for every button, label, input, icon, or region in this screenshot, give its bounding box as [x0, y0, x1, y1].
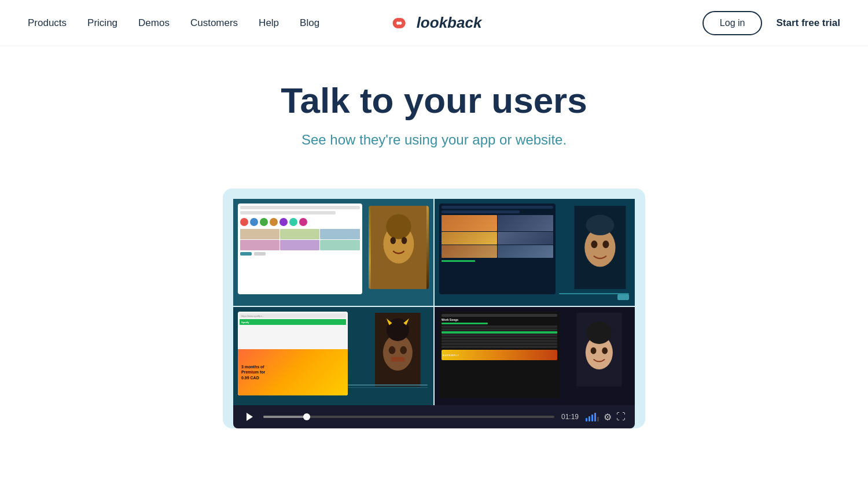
- start-trial-button[interactable]: Start free trial: [776, 17, 840, 29]
- wm-row-6: [442, 343, 557, 345]
- svg-point-7: [586, 215, 615, 236]
- video-section: https://www.spotify.c... Spotify 3 month…: [0, 188, 868, 428]
- vol-bar-2: [589, 416, 590, 421]
- wm-row-4: [442, 337, 557, 339]
- play-icon: [245, 412, 253, 421]
- superfly-label: SUPERFLY: [443, 354, 459, 357]
- login-button[interactable]: Log in: [703, 11, 763, 35]
- svg-point-8: [591, 240, 598, 248]
- session-top-right: [435, 199, 635, 306]
- ig-img-5: [280, 240, 319, 250]
- ig-avatar-1: [240, 218, 248, 226]
- instagram-screen: [238, 204, 362, 294]
- ig-avatar-5: [279, 218, 288, 226]
- spotify-promo: 3 months of Premium for 0.99 CAD: [238, 349, 348, 395]
- controls-right: ⚙ ⛶: [586, 412, 626, 423]
- workmusic-screen: Work Songs SUPERFLY: [439, 312, 560, 398]
- ig-avatar-6: [289, 218, 297, 226]
- ig-dark-btn: [442, 260, 475, 262]
- wm-row-3: [442, 334, 557, 336]
- ig-avatar-7: [299, 218, 307, 226]
- video-controls: 01:19 ⚙ ⛶: [233, 405, 635, 428]
- svg-point-14: [400, 346, 407, 354]
- progress-fill: [263, 416, 307, 418]
- nav-help[interactable]: Help: [259, 17, 279, 29]
- nav-left: Products Pricing Demos Customers Help Bl…: [28, 17, 319, 29]
- ig-bar-1: [240, 206, 360, 209]
- face-svg-man2: [366, 313, 430, 387]
- screen-recording-br: Work Songs SUPERFLY: [439, 312, 560, 398]
- play-button[interactable]: [242, 410, 256, 424]
- svg-point-3: [391, 237, 396, 244]
- session-top-left: [233, 199, 433, 306]
- svg-point-9: [603, 240, 609, 248]
- vol-bar-4: [594, 413, 596, 421]
- face-woman: [369, 206, 429, 289]
- svg-point-19: [591, 347, 597, 354]
- nav-demos[interactable]: Demos: [138, 17, 170, 29]
- screen-recording-tr: [439, 204, 556, 294]
- video-grid: https://www.spotify.c... Spotify 3 month…: [233, 199, 635, 405]
- face-cam-tr: [570, 206, 630, 289]
- wm-row-active: [442, 331, 557, 334]
- navbar: Products Pricing Demos Customers Help Bl…: [0, 0, 868, 46]
- progress-thumb: [303, 413, 310, 420]
- ig-btn-2: [254, 252, 266, 256]
- svg-rect-15: [391, 357, 405, 362]
- video-player-container: https://www.spotify.c... Spotify 3 month…: [223, 188, 645, 428]
- vol-bar-1: [586, 418, 587, 421]
- face-cam-bl: [366, 313, 430, 387]
- vol-bar-3: [591, 415, 593, 421]
- spotify-header: Spotify: [240, 319, 346, 325]
- logo-icon: [387, 15, 412, 31]
- nav-products[interactable]: Products: [28, 17, 67, 29]
- ig-dark-screen: [439, 204, 556, 294]
- fullscreen-icon[interactable]: ⛶: [616, 412, 626, 422]
- vol-bar-5: [597, 417, 599, 421]
- ig-dark-img-5: [442, 245, 497, 258]
- ig-avatar-4: [270, 218, 278, 226]
- ig-image-grid: [240, 229, 360, 250]
- ig-btn-1: [240, 252, 252, 256]
- ig-bar-2: [240, 211, 336, 214]
- session-bottom-right: Work Songs SUPERFLY: [435, 307, 635, 405]
- face-svg-woman: [369, 206, 429, 289]
- progress-bar[interactable]: [263, 416, 554, 418]
- nav-customers[interactable]: Customers: [190, 17, 238, 29]
- nav-blog[interactable]: Blog: [300, 17, 319, 29]
- work-songs-title: Work Songs: [442, 318, 557, 321]
- wm-row-2: [442, 328, 557, 331]
- ig-dark-bar-1: [442, 206, 553, 209]
- waveform-bl: [348, 384, 428, 388]
- hero-section: Talk to your users See how they're using…: [0, 46, 868, 171]
- svg-point-20: [602, 347, 608, 354]
- nav-pricing[interactable]: Pricing: [87, 17, 117, 29]
- ig-img-1: [240, 229, 279, 239]
- session-bottom-left: https://www.spotify.c... Spotify 3 month…: [233, 307, 433, 405]
- hero-subtitle: See how they're using your app or websit…: [0, 132, 868, 148]
- album-cover-area: SUPERFLY: [442, 350, 557, 360]
- ig-img-6: [320, 240, 359, 250]
- face-cam-tl: [369, 206, 429, 289]
- ig-dark-img-3: [442, 232, 497, 245]
- ig-dark-img-2: [498, 215, 553, 231]
- ig-img-4: [240, 240, 279, 250]
- screen-recording-bl: https://www.spotify.c... Spotify 3 month…: [238, 312, 348, 395]
- volume-bars[interactable]: [586, 412, 599, 421]
- browser-bar: https://www.spotify.c...: [240, 313, 346, 318]
- ig-img-3: [320, 229, 359, 239]
- svg-point-4: [402, 237, 407, 244]
- ig-dark-img-1: [442, 215, 497, 231]
- ig-img-2: [280, 229, 319, 239]
- nav-right: Log in Start free trial: [703, 11, 840, 35]
- site-logo[interactable]: lookback: [387, 14, 482, 32]
- status-indicator: [617, 294, 629, 300]
- wm-row-1: [442, 325, 557, 328]
- wm-row-5: [442, 340, 557, 342]
- svg-point-2: [386, 214, 411, 239]
- settings-icon[interactable]: ⚙: [604, 412, 612, 423]
- wm-row-7: [442, 346, 557, 348]
- ig-avatar-row: [240, 218, 360, 226]
- ig-avatar-2: [250, 218, 258, 226]
- ig-dark-grid: [442, 215, 553, 258]
